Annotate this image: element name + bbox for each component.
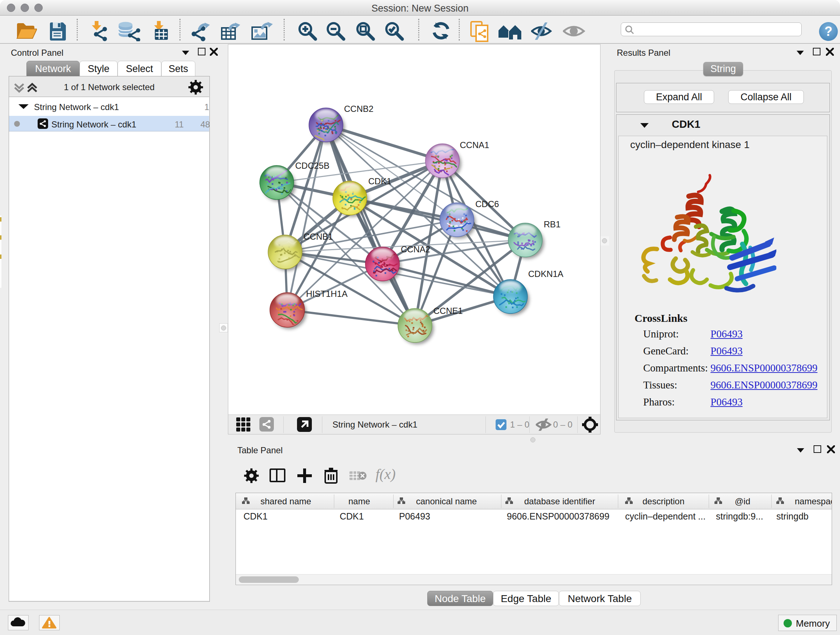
svg-text:CDC6: CDC6 — [475, 199, 499, 209]
svg-text:CCNA2: CCNA2 — [401, 244, 430, 254]
svg-text:CDKN1A: CDKN1A — [528, 269, 563, 279]
svg-text:CDC25B: CDC25B — [295, 161, 330, 171]
svg-text:CCNE1: CCNE1 — [433, 306, 463, 316]
svg-text:CCNA1: CCNA1 — [460, 140, 489, 150]
svg-text:HIST1H1A: HIST1H1A — [306, 289, 347, 299]
svg-text:CCNB1: CCNB1 — [303, 232, 333, 241]
svg-text:CCNB2: CCNB2 — [344, 104, 373, 114]
svg-text:CDK1: CDK1 — [368, 176, 392, 186]
svg-text:RB1: RB1 — [544, 219, 561, 229]
